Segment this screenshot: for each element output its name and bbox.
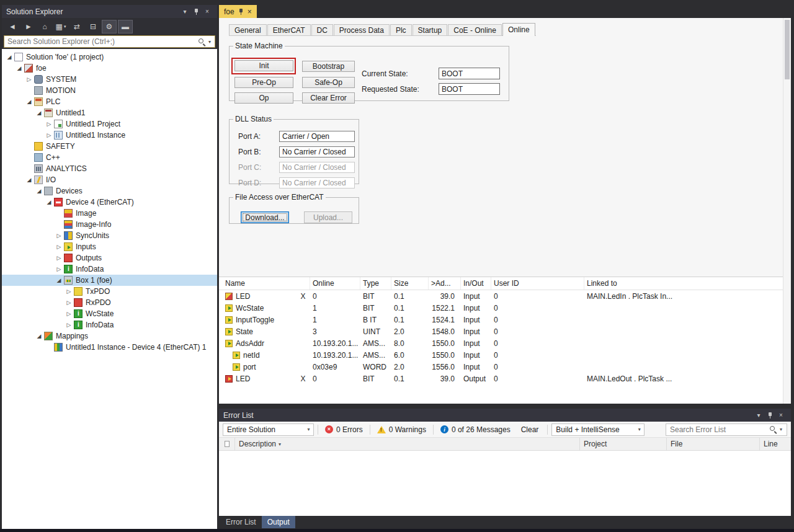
current-state-field[interactable]: BOOT (439, 68, 500, 79)
variable-row-wcstate[interactable]: WcState1BIT0.11522.1Input0 (219, 302, 791, 314)
tree-item-image-info[interactable]: Image-Info (2, 219, 217, 230)
tab-coe-online[interactable]: CoE - Online (448, 24, 502, 35)
vertical-scrollbar[interactable] (783, 18, 791, 404)
column-header-line[interactable]: Line (760, 438, 791, 450)
op-button[interactable]: Op (234, 92, 293, 104)
init-button[interactable]: Init (234, 60, 293, 71)
tree-item-outputs[interactable]: ▷Outputs (2, 252, 217, 264)
solution-search-input[interactable] (4, 37, 198, 46)
window-position-chevron-icon[interactable]: ▾ (753, 410, 764, 421)
variable-row-netid[interactable]: netId10.193.20.1...AMS...6.01550.0Input0 (219, 349, 791, 361)
pin-icon[interactable] (238, 8, 244, 16)
column-header-type[interactable]: Type (360, 277, 391, 290)
sync-with-active-document-icon[interactable]: ⇄ (69, 20, 84, 33)
scope-filter-combo[interactable]: Entire Solution ▾ (223, 423, 314, 436)
source-filter-combo[interactable]: Build + IntelliSense ▾ (551, 423, 645, 436)
clear-error-button[interactable]: Clear Error (302, 92, 355, 104)
tree-item-wcstate[interactable]: ▷WcState (2, 308, 217, 319)
tab-dc[interactable]: DC (311, 24, 333, 35)
expand-arrow-icon[interactable]: ▷ (64, 322, 74, 328)
column-header-ad[interactable]: >Ad... (429, 277, 461, 290)
errors-filter-button[interactable]: 0 Errors (322, 423, 366, 437)
window-position-chevron-icon[interactable]: ▾ (179, 6, 190, 17)
collapse-all-icon[interactable]: ⊟ (86, 20, 100, 33)
variable-row-led[interactable]: LEDX0BIT0.139.0Input0MAIN.LedIn . PlcTas… (219, 290, 791, 302)
search-icon[interactable] (198, 38, 206, 46)
search-options-caret-icon[interactable]: ▾ (777, 427, 785, 432)
close-icon[interactable]: × (775, 410, 787, 421)
tree-item-foe[interactable]: ◢foe (2, 63, 217, 74)
pre-op-button[interactable]: Pre-Op (234, 77, 293, 88)
column-header-description[interactable]: Description ▾ (235, 438, 580, 450)
tree-item-untitled1-project[interactable]: ▷Untitled1 Project (2, 118, 217, 130)
tree-item-safety[interactable]: SAFETY (2, 141, 217, 152)
tree-item-c[interactable]: C++ (2, 152, 217, 163)
pin-icon[interactable] (764, 410, 775, 421)
tree-item-image[interactable]: Image (2, 208, 217, 219)
tree-item-mappings[interactable]: ◢Mappings (2, 330, 217, 342)
collapse-arrow-icon[interactable]: ◢ (4, 54, 14, 60)
collapse-arrow-icon[interactable]: ◢ (24, 177, 34, 183)
expand-arrow-icon[interactable]: ▷ (54, 255, 64, 261)
variable-row-state[interactable]: State3UINT2.01548.0Input0 (219, 326, 791, 337)
expand-arrow-icon[interactable]: ▷ (54, 244, 64, 250)
collapse-arrow-icon[interactable]: ◢ (34, 333, 44, 339)
tab-startup[interactable]: Startup (413, 24, 448, 35)
tab-online[interactable]: Online (502, 23, 535, 36)
expand-arrow-icon[interactable]: ▷ (64, 311, 74, 317)
tree-item-motion[interactable]: MOTION (2, 85, 217, 96)
collapse-arrow-icon[interactable]: ◢ (34, 110, 44, 116)
column-header-size[interactable]: Size (391, 277, 429, 290)
clear-button[interactable]: Clear (516, 423, 544, 437)
column-header-name[interactable]: Name (219, 277, 310, 290)
requested-state-field[interactable]: BOOT (439, 83, 500, 95)
variable-row-port[interactable]: port0x03e9WORD2.01556.0Input0 (219, 361, 791, 373)
error-search-input[interactable] (668, 425, 769, 434)
switch-views-icon[interactable]: ▦▾ (53, 20, 68, 33)
messages-filter-button[interactable]: 0 of 26 Messages (437, 423, 514, 437)
column-header-linked-to[interactable]: Linked to (584, 277, 791, 290)
tab-output[interactable]: Output (262, 516, 295, 528)
expand-arrow-icon[interactable]: ▷ (44, 132, 54, 138)
tree-item-untitled1-instance-device-4-ethercat-1[interactable]: Untitled1 Instance - Device 4 (EtherCAT)… (2, 342, 217, 353)
expand-arrow-icon[interactable]: ▷ (54, 233, 64, 239)
tree-item-untitled1-instance[interactable]: ▷Untitled1 Instance (2, 130, 217, 141)
tree-item-syncunits[interactable]: ▷SyncUnits (2, 230, 217, 241)
tab-general[interactable]: General (229, 24, 267, 35)
collapse-arrow-icon[interactable]: ◢ (54, 277, 64, 283)
safe-op-button[interactable]: Safe-Op (302, 77, 355, 88)
tree-item-txpdo[interactable]: ▷TxPDO (2, 286, 217, 297)
tab-process-data[interactable]: Process Data (334, 24, 390, 35)
collapse-arrow-icon[interactable]: ◢ (24, 99, 34, 105)
severity-column-header[interactable] (219, 438, 235, 450)
collapse-arrow-icon[interactable]: ◢ (44, 199, 54, 205)
tree-item-device-4-ethercat[interactable]: ◢Device 4 (EtherCAT) (2, 197, 217, 208)
tree-item-i-o[interactable]: ◢I/O (2, 174, 217, 185)
tree-item-analytics[interactable]: ANALYTICS (2, 163, 217, 174)
tab-ethercat[interactable]: EtherCAT (267, 24, 311, 35)
panel-splitter[interactable] (219, 404, 791, 409)
close-icon[interactable]: × (202, 6, 213, 17)
home-icon[interactable]: ⌂ (37, 20, 52, 33)
upload-button[interactable]: Upload... (304, 211, 352, 223)
tree-item-solution-foe-1-project[interactable]: ◢Solution 'foe' (1 project) (2, 51, 217, 63)
tree-item-infodata[interactable]: ▷InfoData (2, 319, 217, 330)
tab-plc[interactable]: Plc (390, 24, 412, 35)
back-icon[interactable]: ◄ (5, 20, 20, 33)
tab-error-list[interactable]: Error List (220, 516, 262, 528)
port-a-field[interactable]: Carrier / Open (279, 131, 355, 142)
tree-item-devices[interactable]: ◢Devices (2, 185, 217, 197)
tree-item-rxpdo[interactable]: ▷RxPDO (2, 297, 217, 308)
collapse-arrow-icon[interactable]: ◢ (34, 188, 44, 194)
bootstrap-button[interactable]: Bootstrap (302, 61, 355, 72)
column-header-in-out[interactable]: In/Out (461, 277, 491, 290)
properties-icon[interactable]: ⚙ (102, 20, 117, 33)
expand-arrow-icon[interactable]: ▷ (64, 288, 74, 295)
search-icon[interactable] (769, 425, 777, 433)
tree-item-untitled1[interactable]: ◢Untitled1 (2, 107, 217, 118)
preview-selected-items-icon[interactable]: ▬ (118, 20, 133, 33)
download-button[interactable]: Download... (241, 211, 289, 223)
collapse-arrow-icon[interactable]: ◢ (14, 65, 24, 71)
expand-arrow-icon[interactable]: ▷ (24, 76, 34, 82)
column-header-online[interactable]: Online (310, 277, 360, 290)
